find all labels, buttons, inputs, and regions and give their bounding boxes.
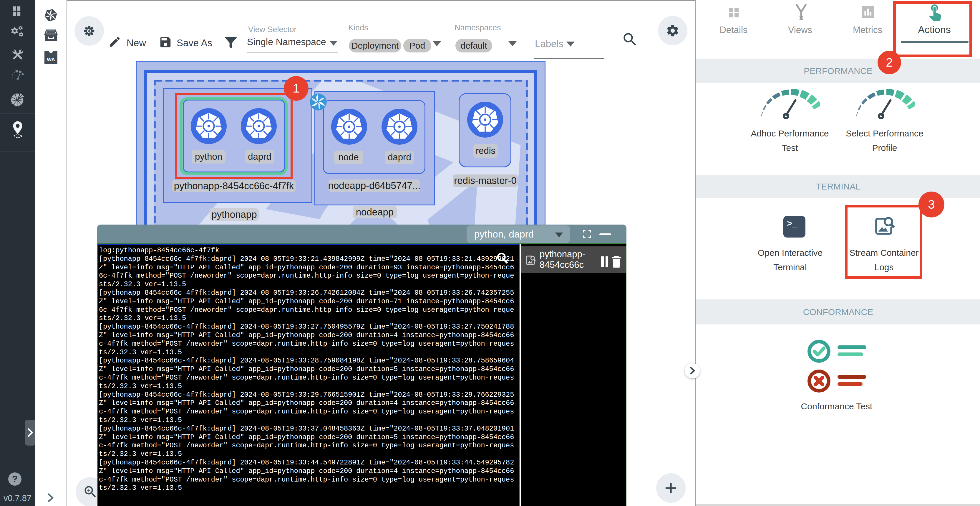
svg-text:WA: WA xyxy=(47,57,55,62)
